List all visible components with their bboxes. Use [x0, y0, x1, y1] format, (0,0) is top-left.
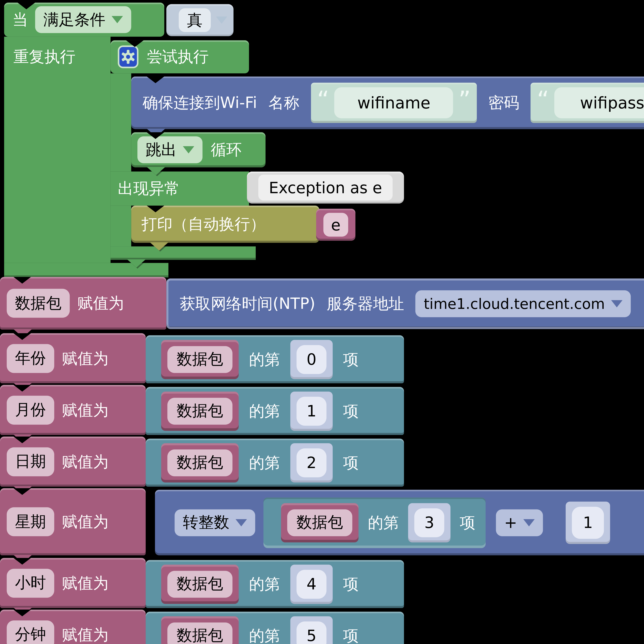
- variable-field[interactable]: 小时: [7, 569, 54, 598]
- item-label: 项: [460, 515, 475, 530]
- index-field[interactable]: 4: [290, 564, 333, 604]
- variable-field[interactable]: 分钟: [7, 620, 54, 644]
- list-get-block[interactable]: 数据包 的第 4 项: [146, 560, 404, 608]
- top-notch: [147, 132, 164, 139]
- variable-chip[interactable]: 数据包: [281, 503, 359, 542]
- variable-field[interactable]: 年份: [7, 344, 54, 373]
- top-notch: [13, 437, 31, 443]
- password-string-block[interactable]: “ wifipassword ”: [531, 83, 644, 123]
- assign-label: 赋值为: [62, 454, 108, 469]
- set-hour-block[interactable]: 小时 赋值为: [0, 558, 146, 608]
- variable-field[interactable]: 日期: [7, 447, 54, 476]
- next-connector: [127, 259, 146, 268]
- item-label: 项: [343, 455, 358, 470]
- try-label: 尝试执行: [147, 49, 209, 65]
- next-connector: [150, 242, 168, 251]
- set-datapacket-block[interactable]: 数据包 赋值为: [0, 277, 166, 330]
- ordinal-label: 的第: [249, 403, 280, 419]
- list-get-block[interactable]: 数据包 的第 3 项: [264, 497, 486, 548]
- try-block-header[interactable]: 尝试执行: [111, 40, 249, 73]
- ssid-field[interactable]: wifiname: [334, 87, 453, 118]
- variable-chip[interactable]: 数据包: [161, 391, 239, 431]
- chevron-down-icon: [112, 16, 123, 23]
- chevron-down-icon: [216, 16, 227, 24]
- operator-value: +: [504, 514, 517, 532]
- boolean-true-block[interactable]: 真: [166, 4, 233, 36]
- set-minute-block[interactable]: 分钟 赋值为: [0, 610, 146, 644]
- variable-e-block[interactable]: e: [316, 209, 355, 241]
- ordinal-label: 的第: [368, 515, 399, 530]
- assign-label: 赋值为: [62, 514, 108, 529]
- top-notch: [147, 206, 164, 212]
- condition-value: 满足条件: [43, 9, 105, 30]
- catch-arm[interactable]: 出现异常: [111, 172, 249, 206]
- assign-label: 赋值为: [62, 402, 108, 418]
- repeat-body-spine[interactable]: 重复执行: [4, 37, 111, 263]
- ordinal-label: 的第: [249, 455, 280, 470]
- variable-chip[interactable]: 数据包: [161, 616, 239, 644]
- set-month-block[interactable]: 月份 赋值为: [0, 385, 146, 435]
- index-field[interactable]: 2: [290, 443, 333, 482]
- break-dropdown[interactable]: 跳出: [137, 136, 202, 163]
- wifi-name-label: 名称: [268, 95, 299, 111]
- when-repeat-block[interactable]: 当 满足条件: [4, 3, 164, 37]
- top-notch: [13, 333, 31, 340]
- exception-text: Exception as e: [259, 175, 392, 201]
- password-field[interactable]: wifipassword: [554, 87, 644, 118]
- try-spine: [111, 73, 131, 172]
- index-field[interactable]: 5: [290, 616, 333, 644]
- ssid-string-block[interactable]: “ wifiname ”: [311, 83, 477, 123]
- next-connector: [147, 167, 165, 175]
- try-bottom-arm[interactable]: [111, 246, 256, 260]
- chevron-down-icon: [611, 300, 622, 307]
- variable-chip[interactable]: 数据包: [161, 443, 239, 482]
- index-field[interactable]: 1: [290, 391, 333, 431]
- ntp-server-dropdown[interactable]: time1.cloud.tencent.com: [416, 290, 631, 317]
- print-block[interactable]: 打印（自动换行）: [131, 206, 319, 243]
- variable-field[interactable]: 星期: [7, 507, 54, 536]
- top-notch: [13, 610, 31, 616]
- variable-e: e: [323, 213, 348, 236]
- gear-icon[interactable]: [118, 45, 138, 68]
- item-label: 项: [343, 628, 358, 643]
- list-get-block[interactable]: 数据包 的第 5 项: [146, 612, 404, 644]
- catch-label: 出现异常: [118, 181, 180, 196]
- variable-field[interactable]: 数据包: [7, 289, 70, 318]
- variable-field[interactable]: 月份: [7, 395, 54, 424]
- variable-chip[interactable]: 数据包: [161, 340, 239, 379]
- ntp-time-block[interactable]: 获取网络时间(NTP) 服务器地址 time1.cloud.tencent.co…: [166, 278, 644, 329]
- index-field[interactable]: 3: [408, 503, 451, 542]
- break-loop-block[interactable]: 跳出 循环: [131, 132, 266, 167]
- list-get-block[interactable]: 数据包 的第 1 项: [146, 387, 404, 435]
- ordinal-label: 的第: [249, 576, 280, 592]
- set-year-block[interactable]: 年份 赋值为: [0, 333, 146, 383]
- item-label: 项: [343, 576, 358, 592]
- set-weekday-block[interactable]: 星期 赋值为: [0, 488, 146, 555]
- math-convert-add-block[interactable]: 转整数 数据包 的第 3 项 + 1: [155, 490, 644, 555]
- wifi-connect-block[interactable]: 确保连接到Wi-Fi 名称 “ wifiname ” 密码 “ wifipass…: [131, 77, 644, 129]
- exception-block[interactable]: Exception as e: [247, 172, 404, 204]
- variable-chip[interactable]: 数据包: [161, 564, 239, 604]
- set-day-block[interactable]: 日期 赋值为: [0, 437, 146, 487]
- print-label: 打印（自动换行）: [142, 217, 266, 232]
- ntp-fn-label: 获取网络时间(NTP): [180, 296, 315, 311]
- item-label: 项: [343, 351, 358, 367]
- operator-dropdown[interactable]: +: [496, 509, 543, 536]
- boolean-dropdown[interactable]: 真: [179, 8, 211, 32]
- assign-label: 赋值为: [62, 350, 108, 366]
- convert-dropdown[interactable]: 转整数: [175, 509, 255, 536]
- condition-dropdown[interactable]: 满足条件: [35, 6, 131, 33]
- blockly-workspace: 当 满足条件 真 重复执行: [0, 0, 644, 644]
- list-get-block[interactable]: 数据包 的第 0 项: [146, 335, 404, 383]
- top-notch: [13, 488, 31, 495]
- chevron-down-icon: [523, 519, 535, 526]
- list-get-block[interactable]: 数据包 的第 2 项: [146, 439, 404, 487]
- index-field[interactable]: 0: [290, 340, 333, 379]
- break-action: 跳出: [146, 139, 177, 160]
- catch-spine: [111, 206, 131, 246]
- top-notch: [13, 558, 31, 565]
- loop-label: 循环: [211, 142, 242, 158]
- top-notch: [13, 277, 31, 284]
- close-quote: ”: [458, 94, 471, 106]
- operand-number-block[interactable]: 1: [566, 501, 610, 544]
